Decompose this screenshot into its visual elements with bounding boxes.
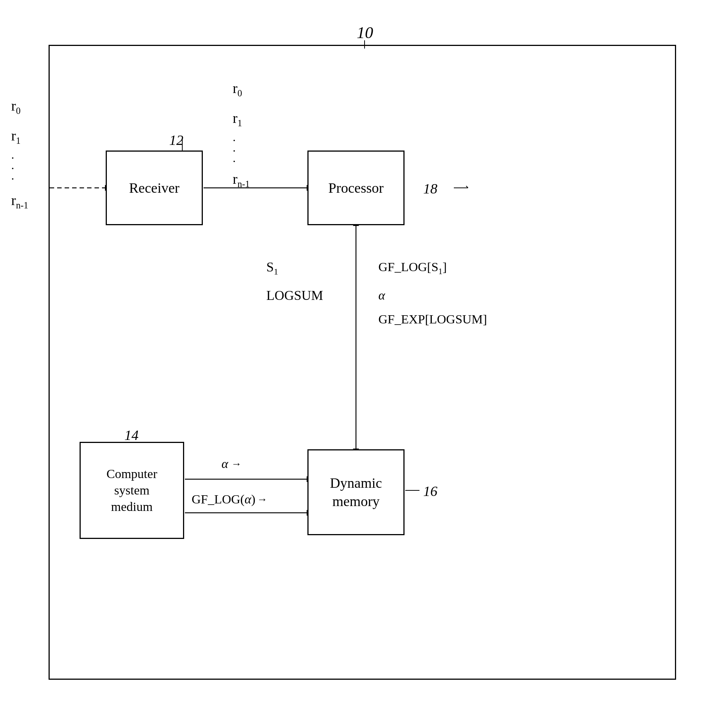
computer-system-box: Computersystemmedium xyxy=(80,442,184,539)
alpha-arrow-label: α → xyxy=(222,457,242,471)
svg-line-6 xyxy=(466,186,468,188)
left-signals: r0 r1 · · · rn-1 xyxy=(11,93,28,218)
dynamic-memory-box: Dynamicmemory xyxy=(307,449,405,535)
diagram-border: r0 r1 · · · rn-1 Receiver Processor Dyna… xyxy=(49,45,676,680)
gflog-alpha-label: GF_LOG(α) → xyxy=(192,492,267,506)
label-18: 18 xyxy=(423,180,437,197)
processor-box: Processor xyxy=(307,151,405,225)
label-14: 14 xyxy=(124,427,139,443)
label-16: 16 xyxy=(423,483,437,499)
inside-signals: r0 r1 · · · rn-1 xyxy=(233,76,250,196)
label-12: 12 xyxy=(169,132,183,148)
s1-label: S1 LOGSUM xyxy=(266,255,323,307)
receiver-box: Receiver xyxy=(106,151,203,225)
label-10: 10 xyxy=(357,23,373,42)
gf-labels: GF_LOG[S1] α GF_EXP[LOGSUM] xyxy=(378,255,487,331)
